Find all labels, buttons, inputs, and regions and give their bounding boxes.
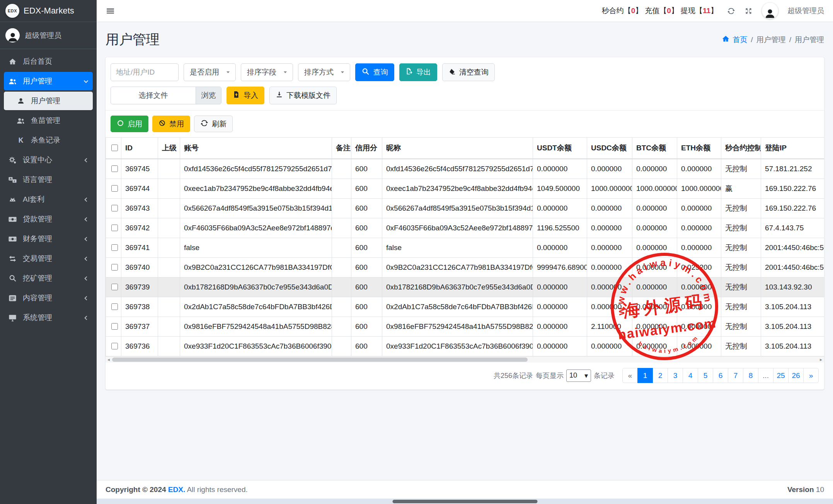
row-checkbox[interactable] xyxy=(111,264,118,271)
browse-button[interactable]: 浏览 xyxy=(196,87,221,104)
enable-button[interactable]: 启用 xyxy=(111,116,148,132)
row-checkbox[interactable] xyxy=(111,225,118,231)
query-button[interactable]: 查询 xyxy=(355,63,394,81)
row-checkbox[interactable] xyxy=(111,165,118,172)
cell-usdt: 0.000000 xyxy=(533,159,587,179)
topbar-avatar[interactable] xyxy=(762,3,778,19)
scroll-left-arrow-icon[interactable]: ◄ xyxy=(106,357,112,363)
filter-select-enabled[interactable]: 是否启用 xyxy=(184,63,236,81)
cell-account: 0x9B2C0a231CC126CA77b981BA334197DfCb668c… xyxy=(180,258,332,278)
row-checkbox[interactable] xyxy=(111,343,118,349)
app-window: EDX EDX-Markets 超级管理员 后台首页用户管理用户管理鱼苗管理K杀… xyxy=(0,0,833,504)
export-button[interactable]: 导出 xyxy=(399,63,437,81)
sidebar-user-panel[interactable]: 超级管理员 xyxy=(0,22,97,49)
refresh-icon[interactable] xyxy=(727,7,735,15)
pager-page-1[interactable]: 1 xyxy=(637,368,653,383)
pager-page-4[interactable]: 4 xyxy=(683,368,698,383)
sidebar-item-8[interactable]: 挖矿管理 xyxy=(4,269,93,288)
file-input[interactable]: 选择文件 xyxy=(111,87,196,104)
topbar-stat-1[interactable]: 充值【0】 xyxy=(645,6,678,16)
pager-page-5[interactable]: 5 xyxy=(698,368,713,383)
clear-query-button[interactable]: 清空查询 xyxy=(442,63,495,81)
sidebar-item-1[interactable]: 用户管理 xyxy=(4,72,93,90)
cell-ip: 103.143.92.30 xyxy=(761,278,824,297)
cell-eth: 0.000000 xyxy=(677,337,721,356)
cell-parent xyxy=(158,179,180,199)
row-checkbox[interactable] xyxy=(111,205,118,211)
sidebar-item-5[interactable]: 贷款管理 xyxy=(4,210,93,228)
row-checkbox[interactable] xyxy=(111,303,118,310)
pager-page-2[interactable]: 2 xyxy=(652,368,668,383)
footer-brand-link[interactable]: EDX. xyxy=(168,485,185,494)
pager-page-25[interactable]: 25 xyxy=(773,368,789,383)
cell-ip: 169.150.222.76 xyxy=(761,199,824,218)
select-all-checkbox[interactable] xyxy=(111,145,118,151)
caret-down-icon xyxy=(340,70,345,75)
refresh-table-button[interactable]: 刷新 xyxy=(194,116,233,132)
table-header-row: ID上级账号备注信用分昵称USDT余额USDC余额BTC余额ETH余额秒合约控制… xyxy=(106,138,824,159)
pager-prev[interactable]: « xyxy=(622,368,638,383)
cell-nickname: 0xe933F1d20C1F863553cAc7b36B6006f3903b35… xyxy=(382,337,533,356)
sidebar-subitem-1-0[interactable]: 用户管理 xyxy=(4,92,93,110)
filter-select-sort-field[interactable]: 排序字段 xyxy=(241,63,293,81)
topbar: 秒合约【0】充值【0】提现【11】 超级管理员 xyxy=(97,0,833,22)
sidebar-item-4[interactable]: AI套利 xyxy=(4,190,93,209)
sidebar-subitem-1-1[interactable]: 鱼苗管理 xyxy=(4,111,93,130)
cell-control: 无控制 xyxy=(721,159,761,179)
sidebar-item-3[interactable]: Az语言管理 xyxy=(4,170,93,189)
sidebar-item-10[interactable]: 系统管理 xyxy=(4,308,93,327)
pager-page-26[interactable]: 26 xyxy=(788,368,804,383)
users-icon xyxy=(15,116,26,125)
download-template-button[interactable]: 下载模版文件 xyxy=(269,87,337,104)
row-checkbox[interactable] xyxy=(111,323,118,330)
sidebar-item-label: 系统管理 xyxy=(23,313,52,323)
search-icon xyxy=(7,274,18,283)
scroll-right-arrow-icon[interactable]: ► xyxy=(818,357,824,363)
row-checkbox[interactable] xyxy=(111,185,118,192)
sidebar-item-2[interactable]: 设置中心 xyxy=(4,151,93,169)
pager-page-7[interactable]: 7 xyxy=(728,368,743,383)
pagination-row: 共256条记录 每页显示 10 ▾ 条记录 «12345678...2526» xyxy=(106,363,824,390)
topbar-user-name[interactable]: 超级管理员 xyxy=(787,6,824,16)
sidebar-item-0[interactable]: 后台首页 xyxy=(4,52,93,71)
topbar-stat-0[interactable]: 秒合约【0】 xyxy=(602,6,643,16)
import-button[interactable]: 导入 xyxy=(227,87,264,104)
scrollbar-thumb[interactable] xyxy=(112,358,528,362)
sidebar-item-7[interactable]: 交易管理 xyxy=(4,249,93,268)
brand[interactable]: EDX EDX-Markets xyxy=(0,0,97,22)
gears-icon xyxy=(7,156,18,165)
cell-usdc: 0.000000 xyxy=(587,337,632,356)
cell-id: 369737 xyxy=(121,317,158,337)
cell-note xyxy=(332,278,351,297)
cell-nickname: false xyxy=(382,238,533,258)
sidebar-item-9[interactable]: 内容管理 xyxy=(4,289,93,307)
cell-usdc: 1000.000000 xyxy=(587,179,632,199)
topbar-stat-2[interactable]: 提现【11】 xyxy=(681,6,718,16)
col-header-usdt: USDT余额 xyxy=(533,138,587,159)
fullscreen-icon[interactable] xyxy=(744,7,753,15)
pager-page-6[interactable]: 6 xyxy=(713,368,728,383)
pager-page-3[interactable]: 3 xyxy=(668,368,683,383)
user-avatar-icon xyxy=(5,28,20,43)
per-page-select[interactable]: 10 ▾ xyxy=(566,369,591,382)
horizontal-scrollbar[interactable]: ◄ ► xyxy=(106,356,824,363)
cell-btc: 0.000000 xyxy=(632,258,677,278)
col-header-note: 备注 xyxy=(332,138,351,159)
search-input[interactable] xyxy=(111,63,179,81)
bottom-strip xyxy=(97,499,833,504)
sidebar-item-6[interactable]: 财务管理 xyxy=(4,230,93,248)
menu-toggle-icon[interactable] xyxy=(106,6,115,16)
row-checkbox[interactable] xyxy=(111,244,118,251)
filter-select-sort-order[interactable]: 排序方式 xyxy=(298,63,350,81)
row-checkbox[interactable] xyxy=(111,284,118,290)
sidebar-subitem-1-2[interactable]: K杀鱼记录 xyxy=(4,131,93,150)
disable-button[interactable]: 禁用 xyxy=(152,116,190,132)
breadcrumb-home-link[interactable]: 首页 xyxy=(722,35,747,45)
pager-next[interactable]: » xyxy=(803,368,819,383)
col-header-account: 账号 xyxy=(180,138,332,159)
cell-account: 0x2dAb1C7a58c58de7c64bFDbA7BB3bf426D8682… xyxy=(180,297,332,317)
cell-btc: 0.000000 xyxy=(632,317,677,337)
cell-ip: 3.105.204.113 xyxy=(761,317,824,337)
pager-page-8[interactable]: 8 xyxy=(743,368,758,383)
cell-usdc: 0.000000 xyxy=(587,218,632,238)
